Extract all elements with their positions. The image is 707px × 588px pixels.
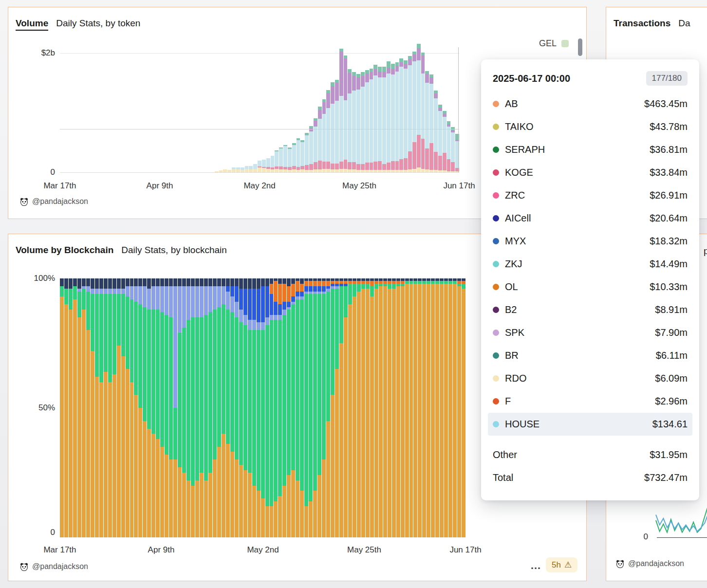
volume-bar[interactable] xyxy=(98,47,102,172)
volume-bar[interactable] xyxy=(318,47,322,172)
volume-bar[interactable] xyxy=(81,47,85,172)
blockchain-bar[interactable] xyxy=(213,278,217,537)
volume-bar[interactable] xyxy=(425,47,429,172)
attribution[interactable]: @pandajackson xyxy=(20,562,88,571)
volume-bar[interactable] xyxy=(356,47,360,172)
volume-bar[interactable] xyxy=(412,47,416,172)
blockchain-bar[interactable] xyxy=(457,278,461,537)
blockchain-bar[interactable] xyxy=(440,278,444,537)
blockchain-bar[interactable] xyxy=(444,278,448,537)
volume-bar[interactable] xyxy=(185,47,188,172)
volume-bar[interactable] xyxy=(352,47,356,172)
blockchain-bar[interactable] xyxy=(270,278,274,537)
volume-bar[interactable] xyxy=(314,47,317,172)
blockchain-bar[interactable] xyxy=(60,278,64,537)
blockchain-bar[interactable] xyxy=(257,278,260,537)
volume-bar[interactable] xyxy=(331,47,335,172)
volume-bar[interactable] xyxy=(249,47,253,172)
blockchain-bar[interactable] xyxy=(392,278,396,537)
volume-bar[interactable] xyxy=(73,47,76,172)
volume-bar[interactable] xyxy=(133,47,137,172)
blockchain-bar[interactable] xyxy=(126,278,130,537)
blockchain-bar[interactable] xyxy=(374,278,378,537)
blockchain-bar[interactable] xyxy=(326,278,330,537)
volume-bar[interactable] xyxy=(167,47,171,172)
volume-bar[interactable] xyxy=(288,47,292,172)
volume-bar[interactable] xyxy=(434,47,438,172)
volume-bar[interactable] xyxy=(223,47,227,172)
volume-bar[interactable] xyxy=(193,47,197,172)
blockchain-bar[interactable] xyxy=(291,278,295,537)
volume-bar[interactable] xyxy=(300,47,304,172)
volume-bar[interactable] xyxy=(120,47,124,172)
volume-bar[interactable] xyxy=(421,47,425,172)
attribution[interactable]: @pandajackson xyxy=(20,197,88,206)
legend-scrollbar-thumb[interactable] xyxy=(578,38,582,56)
blockchain-bar[interactable] xyxy=(182,278,186,537)
volume-bar[interactable] xyxy=(172,47,176,172)
blockchain-bar[interactable] xyxy=(121,278,125,537)
blockchain-bar[interactable] xyxy=(304,278,308,537)
volume-bar[interactable] xyxy=(335,47,339,172)
blockchain-bar[interactable] xyxy=(208,278,212,537)
volume-bar[interactable] xyxy=(163,47,167,172)
volume-bar[interactable] xyxy=(283,47,287,172)
blockchain-bar[interactable] xyxy=(204,278,208,537)
blockchain-bar[interactable] xyxy=(309,278,313,537)
blockchain-bar[interactable] xyxy=(108,278,112,537)
volume-bar[interactable] xyxy=(69,47,73,172)
blockchain-bar[interactable] xyxy=(86,278,90,537)
blockchain-bar[interactable] xyxy=(287,278,291,537)
volume-bar[interactable] xyxy=(94,47,98,172)
blockchain-bar[interactable] xyxy=(151,278,155,537)
blockchain-bar[interactable] xyxy=(261,278,265,537)
volume-bar[interactable] xyxy=(417,47,421,172)
blockchain-bar[interactable] xyxy=(265,278,269,537)
blockchain-bar[interactable] xyxy=(191,278,195,537)
blockchain-bar[interactable] xyxy=(331,278,335,537)
blockchain-bar[interactable] xyxy=(252,278,256,537)
blockchain-bar[interactable] xyxy=(413,278,417,537)
volume-title[interactable]: Volume xyxy=(16,18,48,31)
blockchain-bar[interactable] xyxy=(448,278,452,537)
blockchain-bar[interactable] xyxy=(73,278,77,537)
volume-bar[interactable] xyxy=(370,47,373,172)
blockchain-bar[interactable] xyxy=(200,278,204,537)
volume-bar[interactable] xyxy=(150,47,154,172)
volume-bar[interactable] xyxy=(378,47,382,172)
volume-bar[interactable] xyxy=(219,47,223,172)
volume-bar[interactable] xyxy=(429,47,433,172)
blockchain-bar[interactable] xyxy=(353,278,356,537)
blockchain-bar[interactable] xyxy=(396,278,400,537)
blockchain-bar[interactable] xyxy=(95,278,99,537)
blockchain-bar[interactable] xyxy=(239,278,243,537)
attribution[interactable]: @pandajackson xyxy=(616,559,684,568)
volume-bar[interactable] xyxy=(176,47,180,172)
volume-bar[interactable] xyxy=(373,47,377,172)
blockchain-bar[interactable] xyxy=(138,278,142,537)
blockchain-bar[interactable] xyxy=(112,278,116,537)
blockchain-bar[interactable] xyxy=(69,278,73,537)
volume-bar[interactable] xyxy=(236,47,240,172)
blockchain-bar[interactable] xyxy=(409,278,413,537)
blockchain-bar[interactable] xyxy=(300,278,304,537)
panel-menu-button[interactable]: … xyxy=(530,559,542,572)
volume-bar[interactable] xyxy=(245,47,249,172)
volume-bar[interactable] xyxy=(253,47,257,172)
volume-bar[interactable] xyxy=(241,47,244,172)
volume-bar[interactable] xyxy=(64,47,68,172)
blockchain-bar[interactable] xyxy=(186,278,190,537)
blockchain-bar[interactable] xyxy=(222,278,225,537)
volume-bar[interactable] xyxy=(202,47,205,172)
volume-bar[interactable] xyxy=(142,47,146,172)
volume-bar[interactable] xyxy=(408,47,412,172)
volume-bar[interactable] xyxy=(443,47,447,172)
blockchain-bar[interactable] xyxy=(348,278,352,537)
volume-bar[interactable] xyxy=(271,47,275,172)
blockchain-bar[interactable] xyxy=(405,278,409,537)
volume-bar[interactable] xyxy=(210,47,214,172)
blockchain-bar[interactable] xyxy=(357,278,361,537)
volume-bar[interactable] xyxy=(447,47,451,172)
blockchain-bar[interactable] xyxy=(431,278,435,537)
blockchain-bar[interactable] xyxy=(313,278,317,537)
